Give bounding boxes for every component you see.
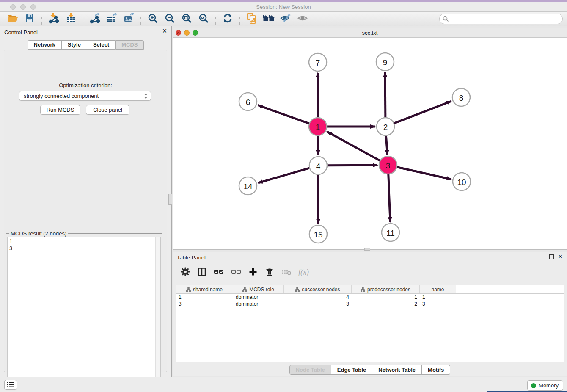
- graph-node-label: 2: [383, 123, 388, 132]
- tab-edge-table[interactable]: Edge Table: [331, 365, 372, 375]
- graph-edge-1-6[interactable]: [258, 105, 309, 123]
- export-image-icon: [123, 13, 135, 25]
- graph-edge-4-3[interactable]: [328, 165, 377, 166]
- cell-successor-nodes: 3: [284, 301, 352, 307]
- tab-node-table[interactable]: Node Table: [289, 365, 331, 375]
- status-bar: Memory: [0, 377, 567, 392]
- network-title: scc.txt: [173, 30, 567, 36]
- memory-status-icon: [531, 383, 536, 388]
- unselect-all-columns-button[interactable]: [231, 266, 242, 278]
- criterion-dropdown[interactable]: strongly connected component: [19, 91, 151, 101]
- table-row[interactable]: 1 dominator 4 1 1: [176, 294, 564, 301]
- graph-edge-3-1[interactable]: [327, 132, 380, 160]
- clone-network-icon: [246, 12, 257, 25]
- export-image-button[interactable]: [120, 13, 137, 25]
- show-column-button[interactable]: [197, 266, 207, 278]
- cell-predecessor-nodes: 2: [352, 301, 420, 307]
- table-header-row: shared name MCDS role successor nodes pr…: [176, 285, 564, 294]
- toolbar-separator: [239, 14, 240, 25]
- attribute-icon: [186, 287, 191, 292]
- function-builder-button[interactable]: f(x): [298, 266, 309, 278]
- table-settings-button[interactable]: [180, 266, 190, 278]
- cell-successor-nodes: 4: [284, 294, 352, 301]
- cell-name: 1: [420, 294, 456, 301]
- column-header-mcds-role[interactable]: MCDS role: [233, 285, 284, 293]
- save-session-button[interactable]: [21, 13, 38, 25]
- network-canvas[interactable]: 7968124314101511: [173, 38, 567, 249]
- export-table-icon: [106, 13, 118, 25]
- memory-button[interactable]: Memory: [527, 380, 563, 391]
- delete-table-button[interactable]: [281, 266, 292, 278]
- import-network-button[interactable]: [45, 13, 62, 25]
- export-network-button[interactable]: [86, 13, 103, 25]
- zoom-selected-button[interactable]: [195, 13, 212, 25]
- chevron-updown-icon: [144, 93, 148, 102]
- graph-edge-2-8[interactable]: [394, 101, 451, 123]
- toolbar-separator: [83, 14, 83, 25]
- vertical-splitter-handle[interactable]: [168, 194, 172, 205]
- criterion-value: strongly connected component: [24, 93, 99, 99]
- graph-edge-4-14[interactable]: [258, 168, 309, 183]
- export-table-button[interactable]: [103, 13, 120, 25]
- graph-edge-2-3[interactable]: [386, 136, 387, 155]
- clone-network-button[interactable]: [243, 13, 260, 25]
- tab-network[interactable]: Network: [28, 40, 61, 50]
- horizontal-splitter-handle[interactable]: [364, 248, 370, 251]
- column-header-predecessor-nodes[interactable]: predecessor nodes: [352, 285, 420, 293]
- zoom-in-button[interactable]: [144, 13, 161, 25]
- float-panel-icon[interactable]: [154, 29, 158, 33]
- column-header-name[interactable]: name: [420, 285, 456, 293]
- table-row[interactable]: 3 dominator 3 2 3: [176, 301, 564, 307]
- hide-graphics-button[interactable]: [277, 13, 294, 25]
- refresh-button[interactable]: [219, 13, 236, 25]
- search-icon: [443, 16, 449, 22]
- cell-shared-name: 1: [176, 294, 233, 301]
- select-all-columns-button[interactable]: [213, 266, 224, 278]
- table-panel-title: Table Panel: [177, 254, 206, 261]
- tab-select[interactable]: Select: [87, 40, 115, 50]
- column-header-successor-nodes[interactable]: successor nodes: [284, 285, 352, 293]
- create-column-button[interactable]: [248, 266, 258, 278]
- graph-edge-2-9[interactable]: [385, 72, 385, 117]
- optimization-criterion-label: Optimization criterion:: [4, 82, 167, 88]
- mcds-result-text[interactable]: 1 3: [7, 237, 161, 391]
- cell-mcds-role: dominator: [233, 301, 284, 307]
- tab-motifs[interactable]: Motifs: [422, 365, 450, 375]
- search-field: [439, 14, 563, 24]
- control-panel-title: Control Panel: [4, 29, 38, 36]
- delete-column-button[interactable]: [264, 266, 275, 278]
- tab-style[interactable]: Style: [61, 40, 87, 50]
- close-panel-icon[interactable]: ✕: [162, 29, 167, 33]
- unchecked-boxes-icon: [231, 267, 242, 278]
- graph-edge-3-11[interactable]: [388, 174, 390, 222]
- tab-network-table[interactable]: Network Table: [372, 365, 422, 375]
- open-session-button[interactable]: [4, 13, 21, 25]
- graph-edge-3-10[interactable]: [397, 167, 451, 179]
- columns-icon: [197, 267, 207, 278]
- zoom-selected-icon: [198, 13, 209, 25]
- float-table-panel-icon[interactable]: [549, 254, 554, 259]
- run-mcds-button[interactable]: Run MCDS: [40, 105, 80, 115]
- tab-mcds[interactable]: MCDS: [115, 40, 144, 50]
- eye-icon: [297, 13, 308, 25]
- list-icon: [7, 382, 14, 389]
- gear-icon: [180, 267, 190, 278]
- show-graphics-button[interactable]: [294, 13, 311, 25]
- zoom-out-button[interactable]: [161, 13, 178, 25]
- close-table-panel-icon[interactable]: ✕: [558, 254, 563, 259]
- zoom-fit-button[interactable]: [178, 13, 195, 25]
- import-table-button[interactable]: [62, 13, 79, 25]
- checked-boxes-icon: [213, 267, 224, 278]
- column-header-shared-name[interactable]: shared name: [176, 285, 233, 293]
- graph-node-label: 7: [316, 58, 320, 67]
- control-panel: Control Panel ✕ Network Style Select MCD…: [0, 26, 171, 377]
- eye-slash-icon: [280, 13, 292, 25]
- result-scrollbar[interactable]: [155, 237, 160, 390]
- close-panel-button[interactable]: Close panel: [86, 105, 129, 115]
- task-history-button[interactable]: [4, 380, 17, 390]
- network-overview-button[interactable]: [260, 13, 277, 25]
- control-panel-header: Control Panel ✕: [0, 26, 171, 37]
- cell-name: 3: [420, 301, 456, 307]
- search-input[interactable]: [439, 14, 563, 24]
- table-panel: Table Panel ✕: [173, 252, 567, 376]
